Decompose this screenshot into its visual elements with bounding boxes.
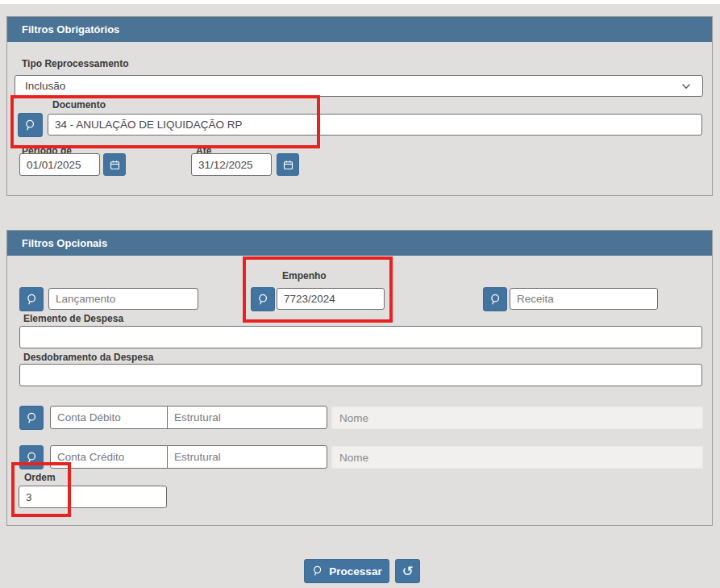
- tipo-reprocessamento-select[interactable]: Inclusão: [15, 75, 703, 97]
- periodo-de-input[interactable]: [19, 153, 100, 176]
- lancamento-search-button[interactable]: [19, 287, 44, 311]
- reset-button[interactable]: ↺: [395, 559, 420, 583]
- search-icon: [256, 293, 270, 307]
- empenho-label: Empenho: [282, 270, 327, 281]
- receita-input[interactable]: [510, 288, 658, 310]
- desdobramento-despesa-label: Desdobramento da Despesa: [23, 352, 153, 363]
- search-icon: [311, 565, 324, 578]
- documento-input[interactable]: [48, 114, 702, 136]
- conta-credito-nome-field: [331, 446, 703, 469]
- processar-button-label: Processar: [329, 565, 381, 578]
- elemento-despesa-label: Elemento de Despesa: [23, 313, 123, 324]
- elemento-despesa-input[interactable]: [19, 326, 702, 348]
- optional-filters-panel: Filtros Opcionais Empenho Elemento de De…: [6, 230, 713, 526]
- ordem-input[interactable]: [19, 486, 167, 508]
- ate-input[interactable]: [191, 153, 272, 176]
- tipo-reprocessamento-value: Inclusão: [25, 80, 680, 92]
- documento-label: Documento: [52, 99, 106, 111]
- conta-debito-estrutural-input[interactable]: [167, 406, 327, 429]
- desdobramento-despesa-input[interactable]: [19, 364, 702, 386]
- conta-debito-input[interactable]: [50, 406, 168, 429]
- calendar-icon: [282, 159, 294, 171]
- search-icon: [25, 451, 39, 465]
- empenho-input[interactable]: [277, 288, 385, 310]
- conta-credito-input[interactable]: [50, 445, 168, 469]
- mandatory-filters-header: Filtros Obrigatórios: [7, 17, 712, 42]
- mandatory-filters-panel: Filtros Obrigatórios Tipo Reprocessament…: [6, 16, 713, 196]
- documento-search-button[interactable]: [18, 113, 43, 137]
- search-icon: [23, 119, 37, 132]
- empenho-search-button[interactable]: [251, 287, 275, 311]
- chevron-down-icon: [680, 80, 693, 93]
- processar-button[interactable]: Processar: [304, 559, 389, 583]
- search-icon: [489, 293, 502, 307]
- ordem-label: Ordem: [24, 472, 56, 483]
- page: Filtros Obrigatórios Tipo Reprocessament…: [0, 0, 720, 588]
- conta-credito-estrutural-input[interactable]: [167, 445, 327, 469]
- lancamento-input[interactable]: [48, 288, 198, 310]
- conta-debito-search-button[interactable]: [19, 406, 44, 430]
- receita-search-button[interactable]: [483, 287, 507, 311]
- tipo-reprocessamento-label: Tipo Reprocessamento: [22, 58, 128, 69]
- mandatory-filters-title: Filtros Obrigatórios: [7, 17, 712, 42]
- refresh-icon: ↺: [402, 565, 413, 578]
- ate-calendar-button[interactable]: [277, 153, 299, 176]
- conta-credito-search-button[interactable]: [19, 445, 44, 469]
- search-icon: [25, 411, 39, 425]
- optional-filters-header: Filtros Opcionais: [7, 231, 712, 256]
- optional-filters-title: Filtros Opcionais: [7, 231, 712, 256]
- conta-debito-nome-field: [331, 407, 703, 429]
- search-icon: [25, 293, 39, 307]
- periodo-de-calendar-button[interactable]: [103, 153, 126, 176]
- calendar-icon: [109, 159, 121, 171]
